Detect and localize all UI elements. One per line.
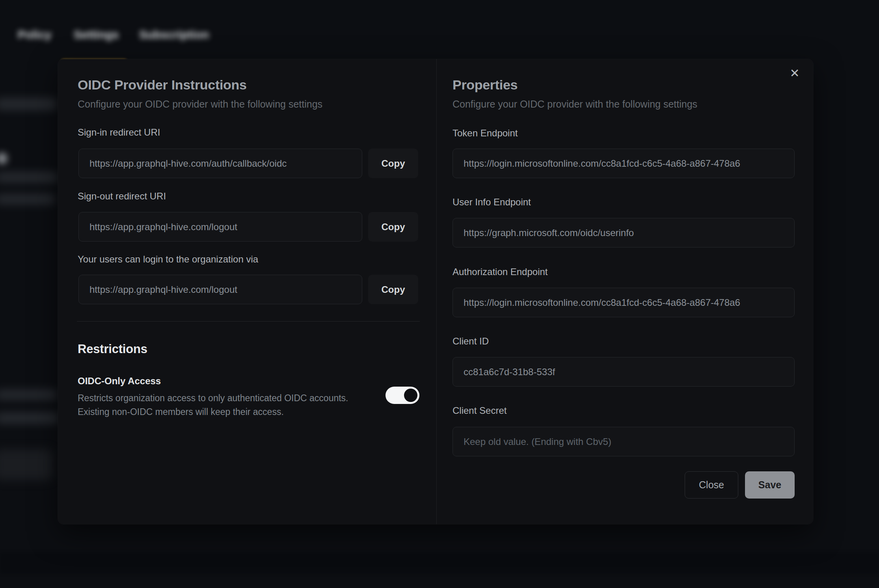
- oidc-only-access-label: OIDC-Only Access: [78, 376, 161, 387]
- client-secret-input[interactable]: [453, 427, 795, 456]
- save-button[interactable]: Save: [745, 471, 795, 499]
- blurred-background-text: [0, 172, 58, 183]
- oidc-only-toggle[interactable]: [385, 387, 419, 404]
- token-endpoint-label: Token Endpoint: [453, 128, 518, 139]
- right-column-title: Properties: [453, 77, 518, 93]
- oidc-settings-modal: ✕ OIDC Provider Instructions Configure y…: [58, 59, 813, 524]
- sign-out-redirect-uri-label: Sign-out redirect URI: [78, 191, 166, 202]
- right-column-subtitle: Configure your OIDC provider with the fo…: [453, 99, 697, 110]
- copy-login-via-button[interactable]: Copy: [368, 275, 418, 304]
- user-info-endpoint-input[interactable]: [453, 218, 795, 247]
- restrictions-divider: [77, 321, 420, 322]
- sign-in-redirect-uri-label: Sign-in redirect URI: [78, 127, 160, 138]
- sign-out-redirect-uri-input[interactable]: [78, 212, 362, 242]
- sign-in-redirect-uri-input[interactable]: [78, 149, 362, 178]
- close-icon[interactable]: ✕: [786, 65, 803, 82]
- login-via-input[interactable]: [78, 275, 362, 304]
- toggle-thumb: [404, 389, 417, 402]
- oidc-only-access-description-2: Existing non-OIDC members will keep thei…: [78, 405, 284, 419]
- token-endpoint-input[interactable]: [453, 149, 795, 178]
- left-column-subtitle: Configure your OIDC provider with the fo…: [78, 99, 322, 110]
- authorization-endpoint-label: Authorization Endpoint: [453, 266, 548, 277]
- blurred-background-text: [0, 194, 55, 205]
- left-column-title: OIDC Provider Instructions: [78, 77, 247, 93]
- background-band: [0, 553, 879, 573]
- client-secret-label: Client Secret: [453, 405, 507, 416]
- user-info-endpoint-label: User Info Endpoint: [453, 197, 531, 208]
- tab-subscription[interactable]: Subscription: [139, 28, 209, 47]
- close-button[interactable]: Close: [685, 471, 738, 499]
- copy-sign-in-uri-button[interactable]: Copy: [368, 149, 418, 178]
- oidc-only-access-description-1: Restricts organization access to only au…: [78, 391, 348, 405]
- client-id-input[interactable]: [453, 357, 795, 387]
- restrictions-title: Restrictions: [78, 342, 147, 356]
- blurred-background-text: [0, 389, 58, 400]
- column-divider: [436, 59, 437, 524]
- login-via-label: Your users can login to the organization…: [78, 254, 258, 265]
- blurred-background-text: [0, 98, 57, 110]
- copy-sign-out-uri-button[interactable]: Copy: [368, 212, 418, 242]
- tab-settings[interactable]: Settings: [74, 28, 119, 47]
- blurred-background-button: [0, 449, 53, 480]
- tab-policy[interactable]: Policy: [18, 28, 51, 47]
- blurred-background-dot: [0, 153, 7, 164]
- authorization-endpoint-input[interactable]: [453, 288, 795, 317]
- client-id-label: Client ID: [453, 336, 489, 347]
- blurred-background-text: [0, 412, 59, 424]
